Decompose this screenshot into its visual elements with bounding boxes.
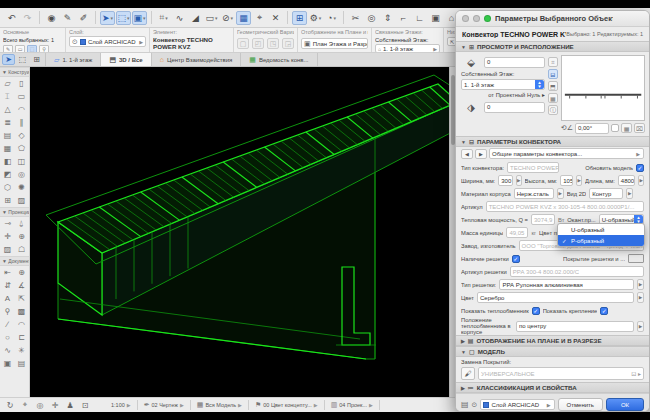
bottom-elevation-field[interactable]: 0: [484, 102, 545, 113]
section-model[interactable]: ▼ ▢ МОДЕЛЬ: [456, 346, 649, 357]
stepper-icon[interactable]: ▲▼: [535, 80, 544, 89]
marquee-tool-options-icon[interactable]: ⬚▾: [116, 11, 131, 25]
column-tool-icon[interactable]: ▯: [15, 77, 29, 90]
renovation-filter-select[interactable]: ▥04 Проек...▶: [331, 401, 373, 409]
element-name[interactable]: Конвектор TECHNO POWER KVZ: [153, 36, 230, 50]
grille-type-field[interactable]: РРА Рулонная алюминиевая: [499, 279, 634, 290]
object-top-link-icon[interactable]: ⬙: [461, 55, 481, 69]
material-field[interactable]: Нерж.сталь: [514, 188, 554, 199]
prev-page-button[interactable]: ◀: [461, 149, 473, 159]
window-tool-icon[interactable]: ◫: [15, 155, 29, 168]
fit-view-icon[interactable]: ⊡: [79, 401, 91, 410]
infobox-layers-icon[interactable]: ▭: [15, 45, 25, 52]
camera-tool-icon[interactable]: ☖: [15, 243, 29, 256]
drawing-tool-icon[interactable]: ▤: [15, 357, 29, 370]
next-page-button[interactable]: ▶: [475, 149, 487, 159]
preview-popup-button[interactable]: ⌧: [634, 123, 645, 133]
circle-tool-icon[interactable]: ○: [1, 331, 15, 344]
paintbrush-icon[interactable]: 🖌: [461, 367, 475, 380]
spline-tool-icon[interactable]: ∿: [1, 344, 15, 357]
beam-tool-icon[interactable]: ⌶: [1, 90, 15, 103]
dialog-titlebar[interactable]: Параметры Выбранного Объекта: [456, 11, 649, 27]
frame-tool-icon[interactable]: ▭▾: [204, 11, 219, 25]
undo-icon[interactable]: ↶: [4, 11, 19, 25]
grid-snap-icon[interactable]: ⌗▾: [156, 11, 171, 25]
section-preview-position[interactable]: ▼ ⊞ ПРОСМОТР И РАСПОЛОЖЕНИЕ: [456, 41, 649, 52]
hx-position-field[interactable]: по центру: [516, 321, 634, 332]
show-mount-checkbox[interactable]: ✓: [600, 307, 608, 315]
section-preview-icon[interactable]: ⊟: [548, 69, 558, 79]
pan-icon[interactable]: ✛: [49, 401, 61, 410]
material-stepper[interactable]: ▶: [557, 188, 564, 199]
color-field[interactable]: Серебро: [477, 292, 634, 303]
infobox-settings-icon[interactable]: ✎: [3, 45, 13, 52]
railing-tool-icon[interactable]: ∥: [15, 116, 29, 129]
stair-tool-icon[interactable]: ≣: [1, 116, 15, 129]
height-stepper[interactable]: ▶: [576, 175, 582, 186]
object-preview-pane[interactable]: [561, 55, 645, 121]
toolbox-section-header[interactable]: ▼ Конструирование: [0, 67, 29, 77]
corner-left-icon[interactable]: ⌐: [396, 11, 411, 25]
line-tool-icon[interactable]: ∕: [1, 318, 15, 331]
label-tool-icon[interactable]: ⇱: [15, 292, 29, 305]
object-tool-icon[interactable]: ⬡: [1, 181, 15, 194]
menu-item-p-profile[interactable]: ✓ Р-образный: [558, 235, 644, 246]
hx-position-stepper[interactable]: ▶: [637, 321, 644, 332]
update-model-checkbox[interactable]: ✓: [636, 164, 644, 172]
close-icon[interactable]: ✕: [268, 11, 283, 25]
height-field[interactable]: 105: [560, 175, 573, 186]
width-stepper[interactable]: ▶: [516, 175, 522, 186]
fit-height-icon[interactable]: ⇕: [380, 11, 395, 25]
polyline-tool-icon[interactable]: ⊏: [15, 331, 29, 344]
guide-lines-icon[interactable]: ∿: [172, 11, 187, 25]
detail-tool-icon[interactable]: ▨: [1, 243, 15, 256]
zoom-status-icon[interactable]: ◎: [34, 401, 46, 410]
convector-3d-object[interactable]: [30, 67, 449, 397]
floorplan-preview-icon[interactable]: ⌗: [548, 57, 558, 67]
magic-wand-icon[interactable]: ⌖: [252, 11, 267, 25]
view-tab-2[interactable]: ⬒3D / Все: [101, 53, 151, 66]
view-tab-1[interactable]: ▱1. 1-й этаж: [46, 53, 101, 66]
menu-item-u-profile[interactable]: U-образный: [558, 224, 644, 235]
layer-select[interactable]: ⊙ Слой ARCHICAD ▶: [69, 36, 146, 47]
tab-overview-icon[interactable]: ⊞: [30, 54, 43, 65]
top-elevation-field[interactable]: 0: [484, 57, 545, 68]
geometry-option4-icon[interactable]: ◲: [282, 38, 294, 49]
minimize-window-icon[interactable]: [473, 15, 480, 22]
interior-elevation-tool-icon[interactable]: ✛: [1, 230, 15, 243]
coating-field[interactable]: УНИВЕРСАЛЬНОЕ ⊡ ▸: [478, 367, 644, 380]
marquee-tool-icon[interactable]: ⬚: [16, 54, 29, 65]
width-field[interactable]: 300: [498, 175, 513, 186]
toolbox-section-header[interactable]: ▼ Документирование: [0, 256, 29, 266]
model-filter-select[interactable]: ▦Вся Модель▶: [197, 401, 242, 409]
pen-set-select[interactable]: ✒02 Чертеж▶: [144, 401, 184, 409]
coating-picker-icon[interactable]: ⊡ ▸: [631, 370, 641, 377]
own-story-select[interactable]: 1. 1-й этаж ▲▼: [461, 79, 545, 90]
cancel-button[interactable]: Отменить: [558, 398, 603, 411]
scale-select[interactable]: 1:100▶: [111, 402, 131, 408]
box-3d-icon[interactable]: ▣: [428, 11, 443, 25]
end-wall-tool-icon[interactable]: ▨: [15, 194, 29, 207]
info-preview-icon[interactable]: ⓘ: [548, 105, 558, 115]
worksheet-tool-icon[interactable]: ⊕: [15, 230, 29, 243]
geometry-option2-icon[interactable]: ◰: [252, 38, 264, 49]
level-dimension-tool-icon[interactable]: ⇵: [1, 279, 15, 292]
infobox-pin-icon[interactable]: ⚲: [39, 45, 49, 52]
arrow-tool-icon[interactable]: ➤: [2, 54, 15, 65]
geometry-option3-icon[interactable]: ◳: [267, 38, 279, 49]
settings-icon[interactable]: ⚙▾: [308, 11, 323, 25]
toolbox-section-header[interactable]: ▼ Проекции: [0, 207, 29, 217]
pipette-icon[interactable]: ✎: [60, 11, 75, 25]
figure-tool-icon[interactable]: ▣: [1, 357, 15, 370]
section-convector-params[interactable]: ▼ ⊟ ПАРАМЕТРЫ КОНВЕКТОРА: [456, 136, 649, 147]
mirror-checkbox[interactable]: [611, 124, 619, 132]
zone-tool-icon[interactable]: ⬠: [15, 142, 29, 155]
morph-tool-icon[interactable]: ◇: [15, 129, 29, 142]
parameter-page-select[interactable]: Общие параметры конвектора... ▶: [489, 148, 644, 159]
view2d-field[interactable]: Контур: [589, 188, 623, 199]
view-tab-3[interactable]: ⌂Центр Взаимодействия: [152, 53, 242, 66]
display-select[interactable]: ▣ План Этажа и Разрез... ▶: [301, 38, 368, 49]
opening-tool-icon[interactable]: ◎: [15, 168, 29, 181]
own-story-select[interactable]: ⌂ 1. 1-й этаж ▶: [375, 44, 440, 52]
rotation-angle-field[interactable]: 0,00°: [575, 123, 609, 134]
